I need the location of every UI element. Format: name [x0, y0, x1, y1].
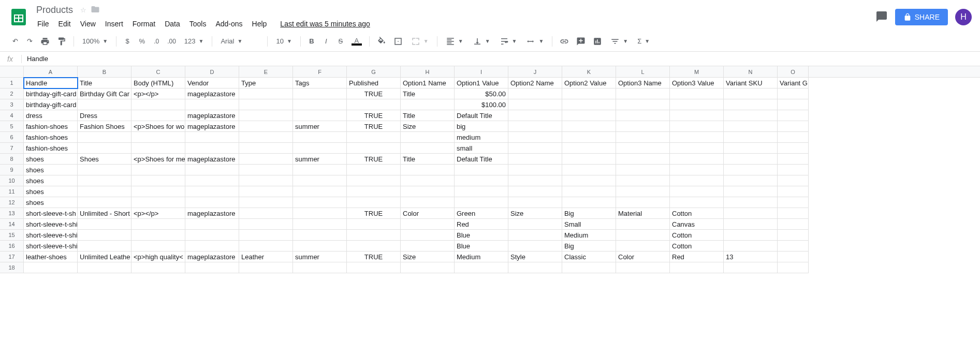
cell[interactable]: medium [455, 132, 508, 143]
cell[interactable] [347, 219, 401, 230]
cell[interactable]: shoes [24, 154, 78, 165]
cell[interactable]: summer [293, 154, 347, 165]
cell[interactable] [562, 197, 616, 208]
cell[interactable] [185, 143, 239, 154]
functions-icon[interactable]: Σ▼ [633, 35, 654, 47]
cell[interactable]: mageplazastore [185, 121, 239, 132]
horizontal-align-icon[interactable]: ▼ [442, 35, 467, 48]
cell[interactable]: Option3 Value [670, 78, 724, 88]
cell[interactable] [508, 88, 562, 99]
cell[interactable]: TRUE [347, 252, 401, 262]
italic-icon[interactable]: I [319, 34, 333, 49]
cell[interactable]: Unlimited Leathe [78, 252, 131, 262]
cell[interactable]: Style [508, 252, 562, 262]
cell[interactable] [508, 175, 562, 186]
cell[interactable] [670, 186, 724, 197]
cell[interactable] [508, 219, 562, 230]
cell[interactable]: Tags [293, 78, 347, 88]
cell[interactable] [78, 219, 131, 230]
cell[interactable] [401, 132, 455, 143]
cell[interactable] [778, 110, 809, 121]
column-header-D[interactable]: D [185, 66, 239, 77]
cell[interactable] [401, 230, 455, 241]
cell[interactable]: Title [401, 154, 455, 165]
cell[interactable] [778, 154, 809, 165]
cell[interactable] [724, 121, 778, 132]
cell[interactable]: Variant SKU [724, 78, 778, 88]
cell[interactable] [778, 186, 809, 197]
cell[interactable] [616, 186, 670, 197]
cell[interactable] [347, 175, 401, 186]
row-header[interactable]: 15 [0, 230, 24, 241]
cell[interactable]: summer [293, 252, 347, 262]
star-icon[interactable]: ☆ [80, 6, 86, 14]
cell[interactable]: Medium [455, 252, 508, 262]
row-header[interactable]: 1 [0, 78, 24, 88]
cell[interactable] [616, 110, 670, 121]
row-header[interactable]: 5 [0, 121, 24, 132]
cell[interactable] [239, 143, 293, 154]
column-header-A[interactable]: A [24, 66, 78, 77]
cell[interactable]: Variant G [778, 78, 809, 88]
cell[interactable]: Size [401, 121, 455, 132]
cell[interactable]: Red [670, 252, 724, 262]
cell[interactable] [616, 230, 670, 241]
cell[interactable] [508, 241, 562, 252]
menu-help[interactable]: Help [248, 18, 271, 30]
font-size-select[interactable]: 10▼ [272, 35, 296, 47]
decrease-decimal-icon[interactable]: .0 [150, 34, 163, 49]
column-header-C[interactable]: C [131, 66, 185, 77]
cell[interactable] [562, 154, 616, 165]
cell[interactable]: birthday-gift-card [24, 99, 78, 110]
cell[interactable]: Vendor [185, 78, 239, 88]
cell[interactable] [131, 132, 185, 143]
column-header-M[interactable]: M [670, 66, 724, 77]
cell[interactable] [724, 241, 778, 252]
cell[interactable] [401, 219, 455, 230]
cell[interactable] [670, 88, 724, 99]
cell[interactable]: Option2 Value [562, 78, 616, 88]
cell[interactable] [78, 175, 131, 186]
redo-icon[interactable]: ↷ [23, 34, 36, 49]
cell[interactable] [455, 165, 508, 175]
cell[interactable] [616, 197, 670, 208]
menu-edit[interactable]: Edit [54, 18, 75, 30]
cell[interactable] [724, 132, 778, 143]
cell[interactable] [239, 219, 293, 230]
column-header-G[interactable]: G [347, 66, 401, 77]
column-header-N[interactable]: N [724, 66, 778, 77]
cell[interactable]: Canvas [670, 219, 724, 230]
cell[interactable] [616, 262, 670, 273]
cell[interactable]: Size [401, 252, 455, 262]
menu-file[interactable]: File [33, 18, 53, 30]
cell[interactable] [778, 121, 809, 132]
cell[interactable] [616, 99, 670, 110]
sheets-logo[interactable] [8, 7, 29, 27]
cell[interactable] [455, 262, 508, 273]
cell[interactable] [670, 165, 724, 175]
cell[interactable]: Title [401, 88, 455, 99]
cell[interactable]: shoes [24, 186, 78, 197]
cell[interactable] [239, 121, 293, 132]
cell[interactable] [401, 262, 455, 273]
percent-icon[interactable]: % [135, 34, 149, 49]
cell[interactable] [239, 186, 293, 197]
cell[interactable] [508, 132, 562, 143]
cell[interactable] [562, 186, 616, 197]
text-color-icon[interactable]: A [348, 34, 365, 49]
cell[interactable] [239, 241, 293, 252]
cell[interactable] [293, 262, 347, 273]
cell[interactable]: $50.00 [455, 88, 508, 99]
column-header-B[interactable]: B [78, 66, 131, 77]
zoom-select[interactable]: 100%▼ [78, 35, 112, 47]
cell[interactable] [78, 143, 131, 154]
cell[interactable] [562, 110, 616, 121]
row-header[interactable]: 16 [0, 241, 24, 252]
cell[interactable] [347, 197, 401, 208]
paint-format-icon[interactable] [54, 34, 69, 49]
cell[interactable]: Red [455, 219, 508, 230]
cell[interactable] [401, 165, 455, 175]
cell[interactable] [562, 99, 616, 110]
cell[interactable] [131, 143, 185, 154]
merge-cells-icon[interactable]: ▼ [407, 35, 433, 48]
